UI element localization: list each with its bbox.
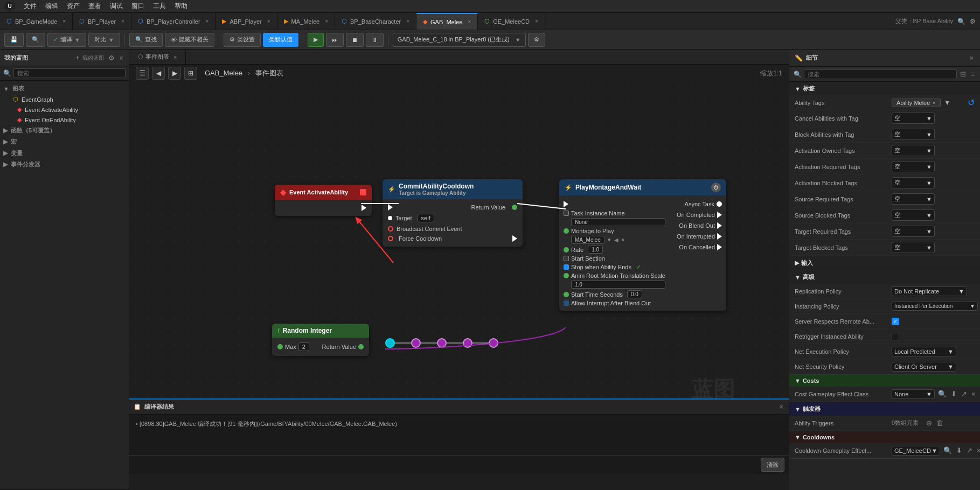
search-input[interactable] [13, 68, 126, 78]
tab-bp-gamemode[interactable]: ⬡ BP_GameMode × [0, 13, 73, 30]
menu-window[interactable]: 窗口 [131, 2, 144, 11]
tab-gab-melee[interactable]: ◆ GAB_Melee × [416, 13, 478, 30]
stop-button[interactable]: ⏹ [346, 33, 364, 47]
canvas-forward-btn[interactable]: ▶ [168, 67, 181, 80]
canvas-menu-btn[interactable]: ☰ [136, 67, 149, 80]
menu-file[interactable]: 文件 [24, 2, 37, 11]
cooldowns-section-header[interactable]: ▼ Cooldowns [789, 431, 980, 443]
cancel-abilities-dropdown[interactable]: 空 ▼ [892, 113, 935, 124]
use-selected-cost-btn[interactable]: ⬇ [950, 389, 958, 399]
clear-cooldown-btn[interactable]: × [976, 445, 980, 456]
blueprint-canvas[interactable]: 蓝图 ◆ Even [129, 80, 789, 415]
event-activate-node[interactable]: ◆ Event ActivateAbility [275, 185, 372, 216]
server-respects-checkbox[interactable]: ✓ [892, 318, 899, 325]
panel-settings-button[interactable]: ⚙ [107, 52, 116, 64]
advanced-section-header[interactable]: ▼ 高级 [789, 270, 980, 284]
delete-trigger-btn[interactable]: 🗑 [935, 418, 944, 428]
badge-remove-btn[interactable]: × [932, 100, 935, 106]
class-settings-button[interactable]: ⚙ 类设置 [224, 33, 261, 47]
search-icon[interactable]: 🔍 [957, 18, 965, 25]
menu-assets[interactable]: 资产 [67, 2, 80, 11]
pause-button[interactable]: ⏸ [366, 33, 384, 47]
settings-icon[interactable]: ⚙ [970, 18, 976, 25]
clear-button[interactable]: 清除 [761, 458, 784, 472]
browse-cooldown-btn[interactable]: 🔍 [942, 445, 953, 456]
find-button[interactable]: 🔍 查找 [129, 33, 163, 47]
event-activate-ability-item[interactable]: ◆ Event ActivateAbility [0, 104, 129, 115]
costs-section-header[interactable]: ▼ Costs [789, 375, 980, 387]
panel-close-button[interactable]: × [118, 52, 124, 64]
canvas-fit-btn[interactable]: ⊞ [184, 67, 197, 80]
tab-ge-meleecd[interactable]: ⬡ GE_MeleeCD × [478, 13, 545, 30]
tab-close-btn[interactable]: × [206, 18, 209, 24]
list-view-btn[interactable]: ≡ [969, 69, 976, 79]
cooldown-effect-dropdown[interactable]: GE_MeleeCD ▼ [892, 446, 940, 456]
menu-edit[interactable]: 编辑 [45, 2, 58, 11]
save-button[interactable]: 💾 [4, 33, 24, 47]
menu-debug[interactable]: 调试 [110, 2, 123, 11]
add-trigger-btn[interactable]: ⊕ [925, 418, 933, 428]
reset-ability-tags-btn[interactable]: ↺ [968, 97, 975, 108]
input-section-header[interactable]: ▶ 输入 [789, 256, 980, 270]
tab-close-btn[interactable]: × [267, 18, 270, 24]
grid-view-btn[interactable]: ⊞ [959, 69, 967, 79]
random-integer-node[interactable]: f Random Integer Max 2 Return Value [272, 324, 369, 356]
hide-unrelated-button[interactable]: 👁 隐藏不相关 [165, 33, 214, 47]
tab-abp-player[interactable]: ▶ ABP_Player × [216, 13, 277, 30]
tab-close-btn[interactable]: × [62, 18, 66, 24]
tab-close-btn[interactable]: × [325, 18, 328, 24]
open-cost-btn[interactable]: ↗ [960, 389, 968, 399]
use-selected-cooldown-btn[interactable]: ⬇ [955, 445, 963, 456]
play-montage-node[interactable]: ⚡ PlayMontageAndWait ⏱ [559, 179, 726, 311]
clear-cost-btn[interactable]: × [970, 389, 977, 399]
browse-cost-btn[interactable]: 🔍 [937, 389, 948, 399]
tab-close-btn[interactable]: × [406, 18, 409, 24]
replication-policy-dropdown[interactable]: Do Not Replicate ▼ [892, 286, 967, 296]
instance-dropdown[interactable]: GAB_Melee_C_18 in BP_Player0 (已生成) ▼ [393, 33, 526, 47]
tab-close-btn[interactable]: × [121, 18, 124, 24]
net-security-dropdown[interactable]: Client Or Server ▼ [892, 362, 956, 372]
details-search-input[interactable] [804, 69, 957, 79]
net-execution-dropdown[interactable]: Local Predicted ▼ [892, 347, 956, 356]
macros-section[interactable]: ▶ 宏 [0, 136, 129, 148]
add-tag-btn[interactable]: ▼ [943, 97, 952, 108]
toolbar-settings-button[interactable]: ⚙ [528, 33, 545, 47]
step-button[interactable]: ⏭ [326, 33, 344, 47]
source-required-dropdown[interactable]: 空 ▼ [892, 193, 935, 205]
activation-required-dropdown[interactable]: 空 ▼ [892, 161, 935, 172]
retrigger-checkbox[interactable] [892, 333, 899, 340]
tab-bp-basecharacter[interactable]: ⬡ BP_BaseCharacter × [335, 13, 416, 30]
tab-close-btn[interactable]: × [535, 18, 538, 24]
variables-section[interactable]: ▶ 变量 [0, 148, 129, 159]
commit-cooldown-node[interactable]: ⚡ CommitAbilityCooldown Target is Gamepl… [383, 179, 523, 247]
canvas-back-btn[interactable]: ◀ [152, 67, 165, 80]
block-abilities-dropdown[interactable]: 空 ▼ [892, 129, 935, 140]
activation-blocked-dropdown[interactable]: 空 ▼ [892, 177, 935, 188]
tab-bp-player[interactable]: ⬡ BP_Player × [73, 13, 131, 30]
tab-bp-playercontroller[interactable]: ⬡ BP_PlayerController × [131, 13, 216, 30]
compile-button[interactable]: ✓ 编译 ▼ [47, 33, 86, 47]
target-blocked-dropdown[interactable]: 空 ▼ [892, 242, 935, 253]
tab-close-btn[interactable]: × [468, 19, 471, 25]
details-close-button[interactable]: × [968, 53, 975, 63]
close-compiler-button[interactable]: × [778, 402, 784, 412]
class-defaults-button[interactable]: 类默认值 [263, 33, 298, 47]
activation-owned-dropdown[interactable]: 空 ▼ [892, 145, 935, 156]
event-graph-item[interactable]: ⬡ EventGraph [0, 94, 129, 104]
menu-tools[interactable]: 工具 [153, 2, 166, 11]
triggers-section-header[interactable]: ▼ 触发器 [789, 402, 980, 416]
menu-view[interactable]: 查看 [88, 2, 101, 11]
diff-button[interactable]: 对比 ▼ [88, 33, 120, 47]
add-button[interactable]: ＋ 我的蓝图 [73, 52, 106, 64]
source-blocked-dropdown[interactable]: 空 ▼ [892, 209, 935, 221]
menu-help[interactable]: 帮助 [175, 2, 187, 11]
dispatchers-section[interactable]: ▶ 事件分发器 [0, 159, 129, 170]
play-button[interactable]: ▶ [308, 33, 324, 47]
instancing-policy-dropdown[interactable]: Instanced Per Execution ▼ [892, 302, 978, 311]
functions-section[interactable]: ▶ 函数（5可覆盖） [0, 125, 129, 136]
browse-button[interactable]: 🔍 [26, 33, 45, 47]
open-cooldown-btn[interactable]: ↗ [965, 445, 974, 456]
tab-ma-melee[interactable]: ▶ MA_Melee × [277, 13, 335, 30]
event-onend-ability-item[interactable]: ◆ Event OnEndAbility [0, 115, 129, 125]
target-required-dropdown[interactable]: 空 ▼ [892, 226, 935, 237]
